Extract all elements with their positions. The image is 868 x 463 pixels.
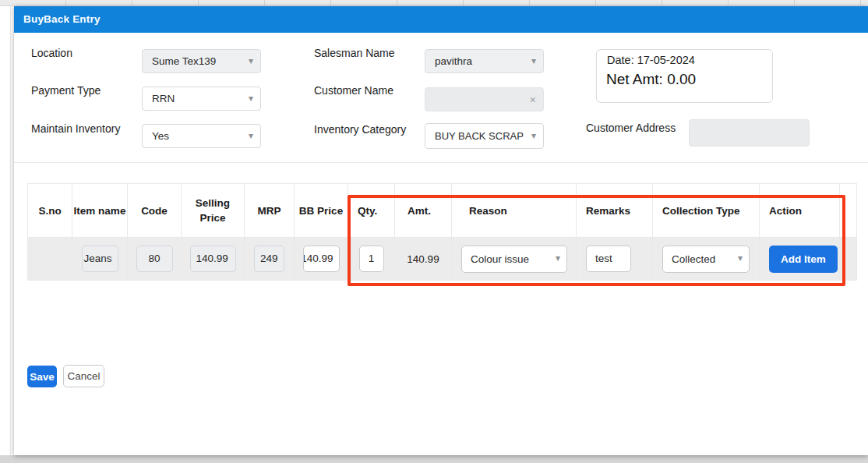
cell-mrp: 249 [245, 238, 295, 281]
selling-price-input[interactable]: 140.99 [190, 246, 236, 272]
cell-action: Add Item [760, 238, 840, 281]
col-header-sno: S.no [28, 184, 72, 238]
background-left-divider [10, 6, 11, 455]
qty-input[interactable]: 1 [359, 246, 384, 272]
col-header-remarks: Remarks [577, 184, 653, 238]
col-header-amt: Amt. [395, 184, 452, 238]
col-header-bb-price: BB Price [295, 184, 348, 238]
chevron-down-icon: ▾ [556, 253, 560, 263]
customer-address-label: Customer Address [586, 122, 676, 134]
reason-select-value: Colour issue [471, 246, 529, 272]
col-header-action: Action [760, 184, 840, 238]
modal-titlebar: BuyBack Entry [14, 6, 868, 33]
chevron-down-icon: ▾ [249, 55, 253, 66]
maintain-inventory-select-value: Yes [152, 125, 169, 147]
collection-type-select-value: Collected [672, 246, 715, 272]
item-name-input[interactable]: Jeans [82, 246, 118, 272]
salesman-name-label: Salesman Name [314, 47, 395, 59]
payment-type-select[interactable]: RRN ▾ [142, 87, 261, 111]
inventory-category-select-value: BUY BACK SCRAP [435, 124, 524, 148]
maintain-inventory-select[interactable]: Yes ▾ [142, 124, 261, 148]
summary-date: Date: 17-05-2024 [607, 54, 695, 66]
col-header-code: Code [128, 184, 182, 238]
col-header-selling-price: Selling Price [182, 184, 245, 238]
table-row: Jeans 80 140.99 249 140.99 1 140.99 Colo… [28, 238, 857, 281]
mrp-input[interactable]: 249 [254, 246, 284, 272]
salesman-name-select[interactable]: pavithra ▾ [425, 49, 544, 73]
cell-spacer [840, 238, 857, 281]
location-label: Location [31, 47, 72, 59]
col-header-reason: Reason [452, 184, 577, 238]
summary-net-amount: Net Amt: 0.00 [606, 71, 696, 88]
cell-bb-price: 140.99 [295, 238, 348, 281]
chevron-down-icon: ▾ [531, 130, 536, 141]
remarks-input[interactable]: test [586, 246, 631, 272]
col-header-collection-type: Collection Type [653, 184, 760, 238]
collection-type-select[interactable]: Collected ▾ [662, 246, 750, 273]
cell-remarks: test [577, 238, 653, 281]
cell-collection-type: Collected ▾ [653, 238, 760, 281]
col-header-qty: Qty. [348, 184, 395, 238]
bb-price-input[interactable]: 140.99 [303, 246, 340, 272]
chevron-down-icon: ▾ [249, 130, 253, 141]
customer-address-input[interactable] [689, 119, 810, 147]
maintain-inventory-label: Maintain Inventory [31, 122, 120, 135]
buyback-entry-screen: BuyBack Entry Location Sume Tex139 ▾ Pay… [0, 0, 868, 463]
add-item-button[interactable]: Add Item [769, 246, 838, 273]
table-header-row: S.no Item name Code Selling Price MRP BB… [28, 184, 857, 238]
salesman-name-select-value: pavithra [435, 50, 472, 72]
cell-reason: Colour issue ▾ [452, 238, 577, 281]
payment-type-label: Payment Type [31, 84, 101, 97]
code-input[interactable]: 80 [136, 246, 173, 272]
items-table: S.no Item name Code Selling Price MRP BB… [27, 183, 857, 281]
location-select-value: Sume Tex139 [152, 50, 216, 72]
clear-icon[interactable]: × [530, 93, 536, 105]
reason-select[interactable]: Colour issue ▾ [461, 246, 567, 273]
chevron-down-icon: ▾ [738, 253, 743, 263]
chevron-down-icon: ▾ [531, 55, 536, 66]
col-header-item-name: Item name [72, 184, 128, 238]
modal-title: BuyBack Entry [23, 6, 101, 33]
inventory-category-label: Inventory Category [314, 123, 406, 136]
cancel-button[interactable]: Cancel [63, 365, 104, 387]
background-bottom-strip [0, 455, 868, 463]
customer-name-input[interactable]: × [425, 87, 544, 111]
inventory-category-select[interactable]: BUY BACK SCRAP ▾ [425, 123, 544, 149]
save-button[interactable]: Save [27, 366, 57, 387]
col-header-mrp: MRP [245, 184, 295, 238]
cell-selling-price: 140.99 [182, 238, 245, 281]
cell-qty: 1 [348, 238, 395, 281]
col-header-spacer [840, 184, 857, 238]
location-select[interactable]: Sume Tex139 ▾ [142, 49, 261, 73]
cell-item-name: Jeans [72, 238, 128, 281]
chevron-down-icon: ▾ [249, 93, 253, 104]
section-divider [14, 162, 868, 163]
cell-code: 80 [128, 238, 182, 281]
customer-name-label: Customer Name [314, 84, 393, 97]
cell-sno [28, 238, 72, 281]
payment-type-select-value: RRN [152, 87, 175, 110]
cell-amt: 140.99 [395, 238, 452, 281]
background-table-columns [0, 0, 868, 6]
